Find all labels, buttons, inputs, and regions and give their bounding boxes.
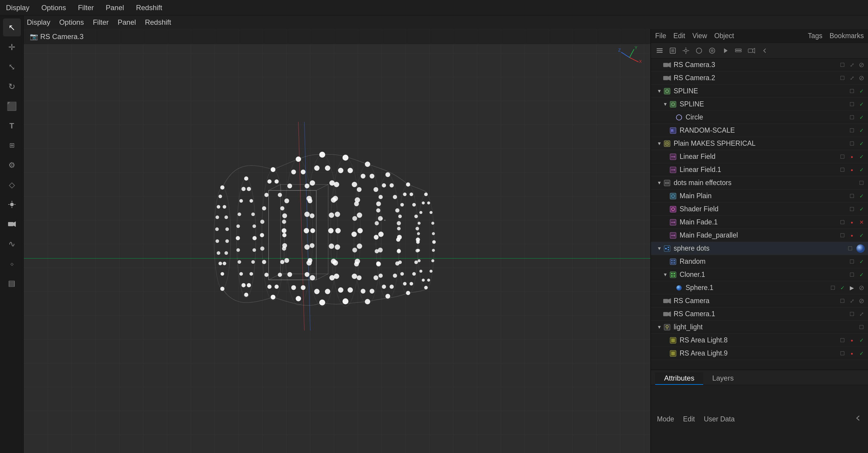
tab-attributes[interactable]: Attributes (655, 372, 703, 385)
rp-menu-edit[interactable]: Edit (673, 32, 685, 40)
action-check[interactable]: ✓ (857, 87, 866, 95)
rp-menu-file[interactable]: File (655, 32, 666, 40)
hier-row-random[interactable]: Random ☐ ✓ (651, 255, 868, 268)
rp-icon-list[interactable] (654, 45, 665, 56)
action-check[interactable]: ✓ (838, 284, 846, 292)
hier-row-rs-camera-1[interactable]: RS Camera.1 ☐ ⤢ (651, 308, 868, 321)
menu-options[interactable]: Options (41, 4, 66, 12)
action-checkbox[interactable]: ☐ (838, 231, 846, 239)
expand-icon[interactable]: ▼ (656, 88, 662, 94)
action-check[interactable]: ✓ (857, 258, 866, 266)
action-checkbox[interactable]: ☐ (838, 336, 846, 345)
rp-icon-camera-tool[interactable] (746, 45, 757, 56)
action-check[interactable]: ✓ (857, 153, 866, 161)
action-resize[interactable]: ⤢ (848, 61, 856, 69)
rp-menu-tags[interactable]: Tags (808, 32, 823, 40)
hier-row-linear-field-1[interactable]: Linear Field.1 ☐ ● ✓ (651, 163, 868, 176)
action-checkbox[interactable]: ☐ (848, 100, 856, 108)
action-checkbox[interactable]: ☐ (848, 310, 856, 318)
tool-move2[interactable]: ⬦ (3, 255, 21, 272)
hier-row-rs-camera[interactable]: RS Camera ☐ ⤢ ⊘ (651, 294, 868, 308)
rp-menu-object[interactable]: Object (714, 32, 734, 40)
vp-menu-panel[interactable]: Panel (118, 18, 136, 27)
action-checkbox[interactable]: ☐ (838, 166, 846, 174)
action-checkbox[interactable]: ☐ (829, 284, 837, 292)
menu-redshift[interactable]: Redshift (136, 4, 162, 12)
tool-render-settings[interactable]: ⚙ (3, 156, 21, 174)
expand-icon[interactable]: ▼ (662, 272, 668, 278)
action-checkbox[interactable]: ☐ (846, 245, 854, 253)
rp-menu-bookmarks[interactable]: Bookmarks (830, 32, 864, 40)
action-check[interactable]: ✓ (857, 270, 866, 279)
tool-scale[interactable]: ⤡ (3, 58, 21, 76)
action-check[interactable]: ✓ (857, 336, 866, 345)
action-red-dot[interactable]: ● (848, 349, 856, 358)
hier-row-main-fade-parallel[interactable]: Main Fade_parallel ☐ ● ✓ (651, 229, 868, 242)
rp-icon-render[interactable] (719, 45, 731, 56)
action-check[interactable]: ✓ (857, 192, 866, 200)
action-check[interactable]: ✓ (857, 139, 866, 148)
action-checkbox[interactable]: ☐ (848, 113, 856, 122)
action-check[interactable]: ✓ (857, 205, 866, 214)
action-checkbox[interactable]: ☐ (848, 87, 856, 95)
expand-icon[interactable]: ▼ (656, 324, 662, 330)
hier-row-spline-group[interactable]: ▼ SPLINE ☐ ✓ (651, 85, 868, 98)
bottom-menu-mode[interactable]: Mode (657, 415, 674, 423)
action-no[interactable]: ⊘ (857, 284, 866, 292)
action-checkbox[interactable]: ☐ (857, 179, 866, 187)
tool-spline[interactable]: ∿ (3, 235, 21, 253)
rp-icon-settings[interactable] (680, 45, 691, 56)
tool-polygon[interactable]: ◇ (3, 176, 21, 194)
expand-icon[interactable]: ▼ (662, 101, 668, 107)
tool-cursor[interactable]: ↖ (3, 19, 21, 36)
action-arrow[interactable]: ▶ (848, 284, 856, 292)
rp-icon-circle[interactable] (693, 45, 705, 56)
tool-rotate[interactable]: ↻ (3, 77, 21, 95)
rp-icon-back[interactable] (759, 45, 770, 56)
action-red-dot[interactable]: ● (848, 166, 856, 174)
action-checkbox[interactable]: ☐ (838, 297, 846, 305)
action-red-dot[interactable]: ● (848, 153, 856, 161)
action-checkbox[interactable]: ☐ (848, 139, 856, 148)
action-red-dot[interactable]: ● (848, 336, 856, 345)
hier-row-rs-camera-3[interactable]: RS Camera.3 ☐ ⤢ ⊘ (651, 58, 868, 71)
action-no[interactable]: ⊘ (857, 297, 866, 305)
bottom-menu-userdata[interactable]: User Data (704, 415, 735, 423)
action-check[interactable]: ✓ (857, 231, 866, 239)
action-check[interactable]: ✓ (857, 166, 866, 174)
tool-light[interactable] (3, 195, 21, 214)
tool-cloner[interactable]: ⊞ (3, 136, 21, 154)
vp-menu-options[interactable]: Options (59, 18, 84, 27)
action-check[interactable]: ✓ (857, 349, 866, 358)
hier-row-main-plain[interactable]: Main Plain ☐ ✓ (651, 190, 868, 203)
action-resize[interactable]: ⤢ (848, 297, 856, 305)
tool-camera[interactable] (3, 215, 21, 233)
tool-texture[interactable]: T (3, 117, 21, 135)
rp-icon-layers[interactable] (733, 45, 744, 56)
action-checkbox[interactable]: ☐ (848, 205, 856, 214)
hier-row-random-scale[interactable]: R RANDOM-SCALE ☐ ✓ (651, 124, 868, 137)
action-checkbox[interactable]: ☐ (838, 218, 846, 226)
rp-icon-cube[interactable] (667, 45, 678, 56)
action-check[interactable]: ✓ (857, 113, 866, 122)
action-red-dot[interactable]: ● (848, 231, 856, 239)
vp-menu-redshift[interactable]: Redshift (145, 18, 171, 27)
vp-menu-display[interactable]: Display (27, 18, 51, 27)
action-checkbox[interactable]: ☐ (857, 323, 866, 331)
action-checkbox[interactable]: ☐ (838, 349, 846, 358)
tool-object[interactable]: ⬛ (3, 97, 21, 115)
hier-row-plain-spherical[interactable]: ▼ Plain MAKES SPHERICAL ☐ ✓ (651, 137, 868, 150)
rp-icon-material[interactable] (707, 45, 718, 56)
action-checkbox[interactable]: ☐ (838, 74, 846, 82)
viewport-3d[interactable]: 📷 RS Camera.3 X Y Z (24, 29, 650, 453)
expand-icon[interactable]: ▼ (656, 180, 662, 186)
scene-hierarchy[interactable]: RS Camera.3 ☐ ⤢ ⊘ R (651, 58, 868, 369)
bottom-menu-edit[interactable]: Edit (683, 415, 695, 423)
action-red-dot[interactable]: ● (848, 218, 856, 226)
action-checkbox[interactable]: ☐ (838, 61, 846, 69)
hier-row-main-fade-1[interactable]: Main Fade.1 ☐ ● ✕ (651, 216, 868, 229)
hier-row-rs-camera-2[interactable]: RS Camera.2 ☐ ⤢ ⊘ (651, 71, 868, 85)
action-resize[interactable]: ⤢ (848, 74, 856, 82)
action-x[interactable]: ✕ (857, 218, 866, 226)
hier-row-light-group[interactable]: ▼ light_light ☐ (651, 321, 868, 334)
